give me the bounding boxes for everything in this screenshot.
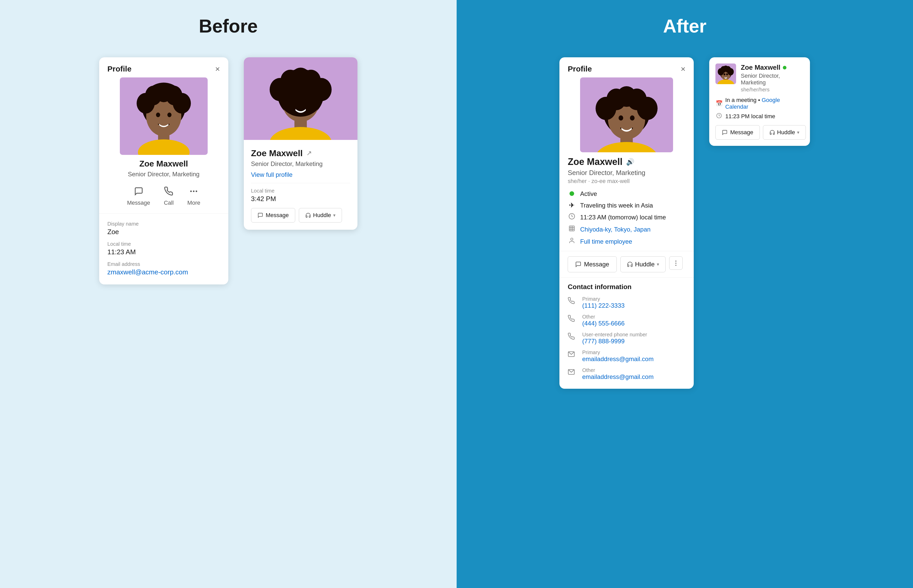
call-button[interactable]: Call — [162, 185, 175, 206]
location-text[interactable]: Chiyoda-ky, Tokyo, Japan — [580, 226, 651, 233]
contact-detail-1: Primary (111) 222-3333 — [582, 296, 625, 309]
svg-point-58 — [728, 68, 734, 75]
hover-time-value: 3:42 PM — [251, 195, 350, 203]
after-huddle-icon — [627, 261, 633, 267]
email-icon-1 — [568, 351, 577, 360]
email-value[interactable]: zmaxwell@acme-corp.com — [107, 268, 220, 276]
after-hover-top: Zoe Maxwell Senior Director, Marketing s… — [716, 63, 804, 93]
travel-icon: ✈ — [568, 201, 576, 209]
contact-phone-3[interactable]: (777) 888-9999 — [582, 338, 647, 345]
after-section: After Profile × — [456, 0, 913, 588]
hover-message-button[interactable]: Message — [251, 208, 295, 223]
before-section: Before Profile × — [0, 0, 456, 588]
after-hover-huddle-btn[interactable]: Huddle ▾ — [763, 125, 806, 140]
status-active-row: Active — [568, 190, 685, 198]
more-button[interactable]: More — [187, 185, 200, 206]
traveling-row: ✈ Traveling this week in Asia — [568, 201, 685, 209]
display-name-group: Display name Zoe — [107, 221, 220, 236]
contact-section: Contact information Primary (111) 222-33… — [559, 278, 694, 389]
view-profile-link[interactable]: View full profile — [251, 171, 350, 178]
contact-title: Contact information — [568, 283, 685, 291]
hover-name-row: Zoe Maxwell ↗ — [251, 148, 350, 158]
contact-phone-2[interactable]: (444) 555-6666 — [582, 320, 625, 327]
message-icon — [133, 185, 145, 197]
after-message-label: Message — [584, 261, 609, 268]
close-button[interactable]: × — [215, 65, 220, 73]
after-hover-message-label: Message — [730, 129, 753, 136]
employment-text[interactable]: Full time employee — [580, 238, 632, 245]
after-hover-status: 📅 In a meeting • Google Calendar 11:23 P… — [716, 97, 804, 120]
call-icon — [162, 185, 175, 197]
after-title: After — [663, 16, 706, 37]
call-label: Call — [164, 200, 173, 206]
display-name-value: Zoe — [107, 228, 220, 236]
svg-point-25 — [311, 78, 332, 101]
time-row: 11:23 AM (tomorrow) local time — [568, 213, 685, 221]
after-profile-info: Zoe Maxwell 🔊 Senior Director, Marketing… — [559, 157, 694, 251]
after-hover-message-btn[interactable]: Message — [716, 125, 759, 140]
after-hover-message-icon — [722, 129, 728, 135]
svg-point-11 — [173, 93, 191, 113]
contact-email-1[interactable]: emailaddress@gmail.com — [582, 355, 654, 363]
after-status-list: Active ✈ Traveling this week in Asia 11:… — [568, 190, 685, 246]
local-time-group: Local time 11:23 AM — [107, 241, 220, 256]
after-hover-huddle-icon — [769, 129, 775, 135]
after-hover-info: Zoe Maxwell Senior Director, Marketing s… — [741, 63, 804, 93]
before-profile-role: Senior Director, Marketing — [99, 171, 228, 178]
svg-point-46 — [571, 238, 573, 240]
hover-name: Zoe Maxwell — [251, 148, 303, 158]
hover-message-icon — [257, 212, 263, 218]
message-label: Message — [127, 200, 150, 206]
email-icon-2 — [568, 368, 577, 377]
email-label: Email address — [107, 261, 220, 267]
before-hover-card: Zoe Maxwell ↗ Senior Director, Marketing… — [244, 57, 358, 230]
traveling-text: Traveling this week in Asia — [580, 202, 653, 209]
after-hover-chevron-icon: ▾ — [797, 129, 800, 135]
after-more-button[interactable]: ⋮ — [669, 256, 683, 270]
svg-point-27 — [304, 97, 309, 102]
contact-detail-5: Other emailaddress@gmail.com — [582, 367, 654, 380]
more-label: More — [187, 200, 200, 206]
after-message-button[interactable]: Message — [568, 256, 617, 272]
after-card-header: Profile × — [559, 57, 694, 78]
after-message-icon — [575, 261, 581, 267]
contact-email-2[interactable]: emailaddress@gmail.com — [582, 373, 654, 380]
after-huddle-button[interactable]: Huddle ▾ — [620, 256, 665, 272]
person-icon — [568, 237, 576, 246]
display-name-label: Display name — [107, 221, 220, 227]
after-close-button[interactable]: × — [681, 65, 686, 73]
svg-point-39 — [630, 115, 635, 121]
local-time-label: Local time — [107, 241, 220, 247]
svg-point-37 — [637, 97, 657, 120]
before-action-buttons: Message Call More — [99, 178, 228, 213]
phone-icon-3 — [568, 333, 577, 342]
meeting-text: In a meeting • Google Calendar — [725, 97, 804, 110]
employment-row: Full time employee — [568, 237, 685, 246]
hover-huddle-icon — [305, 212, 311, 218]
hover-time-section: Local time 3:42 PM — [251, 183, 350, 203]
svg-point-38 — [618, 115, 623, 121]
hover-message-label: Message — [266, 212, 289, 219]
more-icon — [188, 185, 200, 197]
svg-point-6 — [167, 113, 172, 117]
after-profile-sub: she/her · zo-ee max-well — [568, 178, 685, 184]
online-dot-icon — [783, 66, 787, 69]
before-cards-container: Profile × — [99, 57, 358, 284]
contact-phone-1[interactable]: (111) 222-3333 — [582, 302, 625, 309]
phone-icon-2 — [568, 315, 577, 324]
hover-huddle-label: Huddle — [313, 212, 331, 219]
before-profile-name: Zoe Maxwell — [99, 159, 228, 168]
message-button[interactable]: Message — [127, 185, 150, 206]
contact-row-2: Other (444) 555-6666 — [568, 314, 685, 327]
hover-time-text: 11:23 PM local time — [725, 113, 775, 120]
clock-icon — [568, 213, 576, 221]
hover-role: Senior Director, Marketing — [251, 160, 350, 168]
hover-huddle-button[interactable]: Huddle ▾ — [299, 208, 342, 223]
after-hover-role: Senior Director, Marketing — [741, 73, 804, 86]
after-huddle-label: Huddle — [635, 261, 655, 268]
contact-detail-4: Primary emailaddress@gmail.com — [582, 349, 654, 363]
location-row: Chiyoda-ky, Tokyo, Japan — [568, 225, 685, 234]
after-huddle-chevron-icon: ▾ — [657, 262, 659, 267]
building-icon — [568, 225, 576, 234]
profile-photo-before — [120, 78, 208, 155]
